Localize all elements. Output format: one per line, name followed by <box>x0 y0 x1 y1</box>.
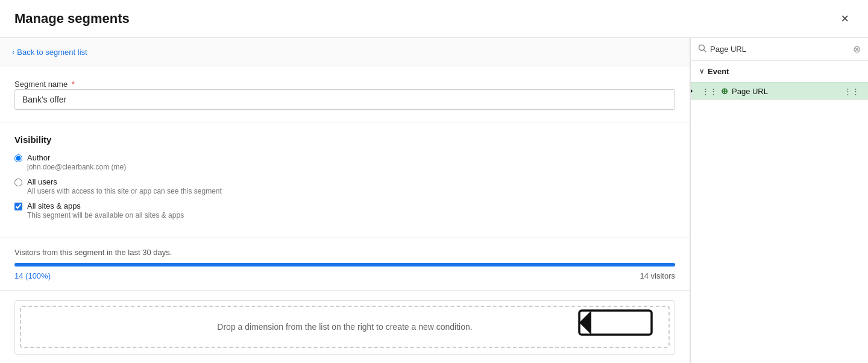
left-panel: ‹ Back to segment list Segment name * Vi… <box>0 38 690 363</box>
visibility-allusers-radio[interactable] <box>14 178 22 186</box>
svg-marker-5 <box>690 79 693 103</box>
dimension-search-input[interactable] <box>710 45 849 54</box>
drag-handle-right-icon: ⋮⋮ <box>844 87 860 96</box>
close-button[interactable]: × <box>836 10 854 28</box>
drop-zone-text: Drop a dimension from the list on the ri… <box>217 322 472 332</box>
stats-count-link[interactable]: 14 (100%) <box>14 271 51 280</box>
segment-name-section: Segment name * <box>0 66 690 122</box>
required-indicator: * <box>72 80 75 89</box>
visibility-allsites-option: All sites & apps This segment will be av… <box>14 201 675 219</box>
plus-icon: ⊕ <box>721 86 728 96</box>
author-sub: john.doe@clearbank.com (me) <box>27 163 126 171</box>
chevron-down-icon: ∨ <box>699 68 704 75</box>
search-icon <box>698 44 706 54</box>
modal-header: Manage segments × <box>0 0 868 38</box>
segment-name-input[interactable] <box>14 89 675 110</box>
search-svg <box>698 44 706 52</box>
allsites-sub: This segment will be available on all si… <box>27 211 184 219</box>
progress-bar-background <box>14 263 675 267</box>
right-panel: ⊗ ∨ Event ⋮⋮ ⊕ Page URL ⋮⋮ <box>690 38 868 363</box>
search-bar: ⊗ <box>691 38 868 61</box>
visibility-author-radio[interactable] <box>14 154 22 162</box>
drop-zone-section: Drop a dimension from the list on the ri… <box>0 291 690 363</box>
main-content: ‹ Back to segment list Segment name * Vi… <box>0 38 868 363</box>
allsites-label: All sites & apps <box>27 201 184 210</box>
page-url-label: Page URL <box>732 87 768 96</box>
event-dimension-group: ∨ Event ⋮⋮ ⊕ Page URL ⋮⋮ <box>691 61 868 100</box>
allusers-sub: All users with access to this site or ap… <box>27 187 222 195</box>
back-to-segment-list-link[interactable]: ‹ Back to segment list <box>12 48 87 57</box>
visibility-title: Visibility <box>14 134 675 145</box>
event-group-header[interactable]: ∨ Event <box>691 61 868 82</box>
drop-zone-annotation-arrow <box>578 305 675 341</box>
event-group-label: Event <box>708 67 729 76</box>
back-bar: ‹ Back to segment list <box>0 38 690 66</box>
page-url-item-left: ⋮⋮ ⊕ Page URL <box>702 86 768 96</box>
visibility-section: Visibility Author john.doe@clearbank.com… <box>0 122 690 238</box>
segment-name-label: Segment name * <box>14 80 75 89</box>
svg-marker-1 <box>579 311 591 335</box>
chevron-left-icon: ‹ <box>12 48 14 57</box>
svg-line-3 <box>704 50 706 52</box>
visibility-allusers-option: All users All users with access to this … <box>14 177 675 195</box>
stats-footer: 14 (100%) 14 visitors <box>14 271 675 280</box>
page-url-dimension-item[interactable]: ⋮⋮ ⊕ Page URL ⋮⋮ <box>691 82 868 99</box>
author-label: Author <box>27 153 126 162</box>
allusers-label: All users <box>27 177 222 186</box>
stats-label: Visitors from this segment in the last 3… <box>14 248 675 257</box>
drop-zone-outer: Drop a dimension from the list on the ri… <box>14 300 675 355</box>
svg-rect-0 <box>579 311 652 335</box>
progress-bar-fill <box>14 263 675 267</box>
visibility-author-option: Author john.doe@clearbank.com (me) <box>14 153 675 171</box>
stats-section: Visitors from this segment in the last 3… <box>0 238 690 291</box>
drag-handle-left-icon: ⋮⋮ <box>702 87 717 96</box>
visibility-allsites-checkbox[interactable] <box>14 203 22 210</box>
drop-zone[interactable]: Drop a dimension from the list on the ri… <box>20 306 670 348</box>
page-title: Manage segments <box>14 11 130 27</box>
stats-total: 14 visitors <box>640 271 675 280</box>
search-clear-icon[interactable]: ⊗ <box>853 45 861 54</box>
